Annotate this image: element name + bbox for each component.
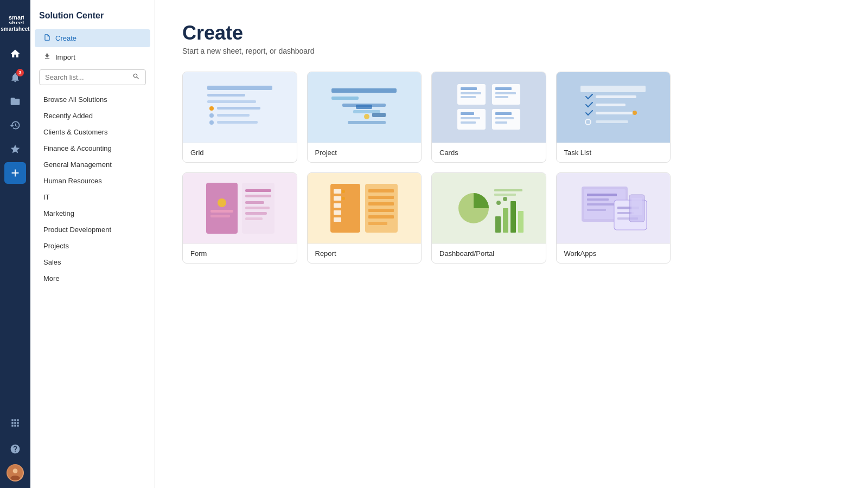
svg-rect-11 (217, 114, 250, 117)
import-icon (43, 53, 51, 62)
svg-rect-19 (348, 121, 386, 124)
main-content: Create Start a new sheet, report, or das… (155, 0, 868, 488)
svg-rect-39 (596, 95, 636, 98)
svg-rect-31 (461, 112, 474, 115)
sidebar-item-clients[interactable]: Clients & Customers (35, 124, 150, 140)
svg-point-70 (342, 197, 345, 200)
svg-point-8 (209, 106, 214, 111)
card-cards-label: Cards (432, 143, 546, 162)
nav-bar: smart sheet smartsheet 3 (0, 0, 30, 488)
page-title: Create (182, 22, 841, 44)
help-icon[interactable] (4, 438, 26, 460)
card-dashboard-image (432, 173, 546, 243)
svg-rect-74 (510, 201, 516, 233)
search-input[interactable] (45, 73, 129, 81)
svg-rect-7 (207, 100, 256, 103)
svg-rect-21 (372, 113, 386, 117)
card-workapps[interactable]: WorkApps (556, 172, 671, 264)
user-avatar[interactable] (7, 464, 24, 481)
svg-rect-66 (368, 209, 394, 212)
svg-rect-60 (334, 210, 341, 215)
search-wrap (39, 69, 146, 85)
sidebar-item-import-label: Import (55, 53, 75, 61)
card-report-image (308, 173, 422, 243)
svg-rect-79 (494, 194, 516, 196)
sidebar-item-marketing[interactable]: Marketing (35, 206, 150, 221)
sidebar-item-projects[interactable]: Projects (35, 238, 150, 254)
svg-rect-78 (494, 189, 522, 191)
svg-rect-6 (207, 94, 245, 97)
svg-rect-64 (368, 196, 394, 199)
card-form-image (183, 173, 297, 243)
sidebar-item-import[interactable]: Import (35, 48, 150, 66)
svg-point-76 (496, 201, 501, 205)
sidebar-item-it[interactable]: IT (35, 189, 150, 205)
svg-rect-5 (207, 86, 272, 90)
recents-icon[interactable] (4, 114, 26, 136)
card-cards[interactable]: Cards (431, 72, 546, 163)
svg-rect-83 (587, 198, 609, 201)
svg-rect-9 (217, 107, 260, 110)
sidebar-item-hr[interactable]: Human Resources (35, 173, 150, 189)
svg-rect-73 (503, 208, 508, 233)
svg-rect-35 (495, 112, 512, 115)
svg-rect-14 (331, 88, 397, 93)
search-container (30, 67, 155, 92)
sidebar-item-create[interactable]: Create (35, 29, 150, 47)
folder-icon[interactable] (4, 91, 26, 112)
svg-rect-45 (206, 183, 238, 234)
svg-point-10 (209, 113, 214, 118)
sidebar-item-recently-added[interactable]: Recently Added (35, 108, 150, 124)
sidebar-item-create-label: Create (55, 34, 76, 42)
card-report-label: Report (308, 243, 422, 263)
svg-rect-48 (210, 215, 230, 217)
card-grid[interactable]: Grid (182, 72, 297, 163)
search-icon[interactable] (132, 73, 140, 82)
svg-rect-85 (587, 209, 606, 211)
card-report[interactable]: Report (307, 172, 422, 264)
sidebar-item-browse-all[interactable]: Browse All Solutions (35, 92, 150, 107)
svg-rect-61 (334, 217, 341, 222)
svg-rect-41 (596, 112, 633, 114)
svg-rect-59 (334, 203, 341, 208)
card-dashboard[interactable]: Dashboard/Portal (431, 172, 546, 264)
sidebar-item-more[interactable]: More (35, 271, 150, 286)
create-icon[interactable] (4, 162, 26, 184)
sidebar-item-finance[interactable]: Finance & Accounting (35, 140, 150, 156)
card-project-label: Project (308, 143, 422, 162)
card-form-label: Form (183, 243, 297, 263)
sidebar-item-product-dev[interactable]: Product Development (35, 222, 150, 237)
sidebar: Solution Center Create Import Browse All… (30, 0, 155, 488)
svg-rect-23 (461, 87, 477, 90)
page-subtitle: Start a new sheet, report, or dashboard (182, 47, 841, 55)
favorites-icon[interactable] (4, 138, 26, 160)
card-cards-image (432, 72, 546, 143)
svg-rect-28 (495, 92, 516, 94)
notification-badge: 3 (16, 69, 24, 76)
card-project[interactable]: Project (307, 72, 422, 163)
svg-rect-50 (245, 189, 271, 192)
svg-point-69 (342, 190, 345, 193)
svg-rect-38 (580, 86, 646, 92)
card-form[interactable]: Form (182, 172, 297, 264)
card-task-list[interactable]: Task List (556, 72, 671, 163)
card-workapps-image (557, 173, 671, 243)
svg-rect-84 (587, 203, 614, 206)
svg-rect-63 (368, 189, 394, 192)
apps-grid-icon[interactable] (4, 412, 26, 434)
svg-rect-53 (245, 207, 270, 209)
svg-rect-55 (245, 217, 263, 220)
home-icon[interactable] (4, 43, 26, 65)
sidebar-item-general-mgmt[interactable]: General Management (35, 157, 150, 172)
svg-rect-75 (518, 211, 524, 233)
svg-rect-47 (210, 210, 233, 213)
svg-point-42 (585, 119, 591, 125)
svg-rect-82 (587, 194, 617, 196)
card-grid-label: Grid (183, 143, 297, 162)
svg-point-44 (633, 111, 637, 115)
svg-rect-27 (495, 87, 512, 90)
notification-icon[interactable]: 3 (4, 67, 26, 88)
sidebar-item-sales[interactable]: Sales (35, 254, 150, 270)
svg-point-18 (364, 114, 369, 119)
svg-rect-65 (368, 202, 394, 206)
